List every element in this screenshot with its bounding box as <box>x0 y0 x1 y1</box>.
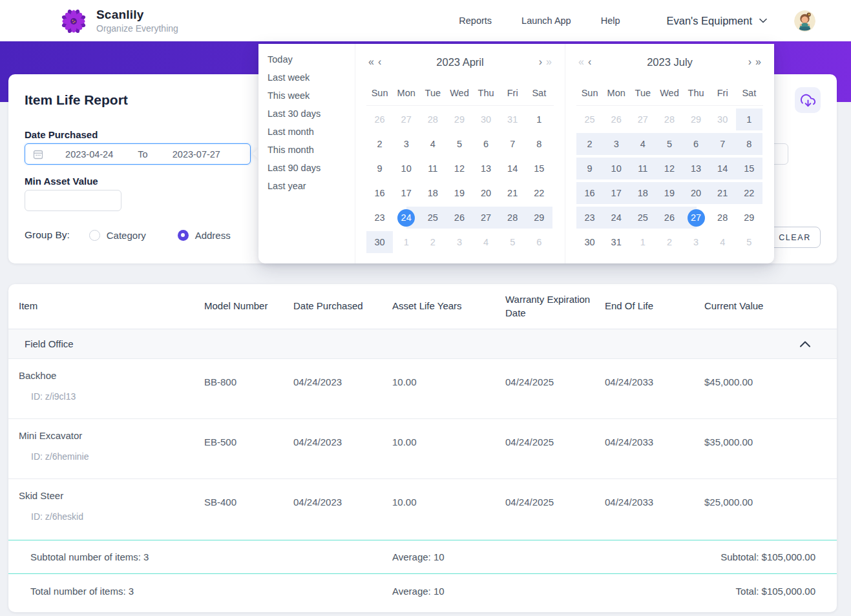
calendar-day-cell[interactable]: 5 <box>446 132 472 156</box>
calendar-day-cell[interactable]: 15 <box>736 156 762 181</box>
calendar-day-cell[interactable]: 7 <box>499 132 526 156</box>
calendar-day-cell[interactable]: 3 <box>603 132 629 156</box>
calendar-day-cell[interactable]: 4 <box>629 132 656 156</box>
calendar-day-cell[interactable]: 5 <box>656 132 682 156</box>
calendar-day-cell[interactable]: 28 <box>709 205 736 230</box>
calendar-day-cell[interactable]: 1 <box>526 107 552 132</box>
calendar-day-cell[interactable]: 28 <box>419 107 446 132</box>
calendar-day-cell[interactable]: 12 <box>446 156 472 181</box>
calendar-day-cell[interactable]: 16 <box>366 181 393 205</box>
calendar-day-cell[interactable]: 28 <box>656 107 682 132</box>
calendar-day-cell[interactable]: 29 <box>526 205 552 230</box>
calendar-day-cell[interactable]: 27 <box>393 107 419 132</box>
radio-address-control[interactable] <box>178 230 189 241</box>
calendar-day-cell[interactable]: 5 <box>499 230 526 254</box>
calendar-day-cell[interactable]: 19 <box>446 181 472 205</box>
preset-item[interactable]: This month <box>258 141 355 159</box>
calendar-day-cell[interactable]: 13 <box>683 156 709 181</box>
calendar-day-cell[interactable]: 29 <box>683 107 709 132</box>
calendar-day-cell[interactable]: 31 <box>603 230 629 254</box>
preset-item[interactable]: Last 30 days <box>258 105 355 123</box>
calendar-day-cell[interactable]: 1 <box>629 230 656 254</box>
calendar-day-cell[interactable]: 25 <box>576 107 603 132</box>
calendar-day-cell[interactable]: 25 <box>629 205 656 230</box>
super-next-year-button[interactable]: » <box>753 57 763 67</box>
calendar-day-cell[interactable]: 29 <box>736 205 762 230</box>
calendar-day-cell[interactable]: 26 <box>366 107 393 132</box>
radio-category[interactable]: Category <box>89 230 146 241</box>
calendar-day-cell[interactable]: 1 <box>393 230 419 254</box>
calendar-day-cell[interactable]: 4 <box>419 132 446 156</box>
calendar-day-cell[interactable]: 18 <box>629 181 656 205</box>
calendar-day-cell[interactable]: 2 <box>419 230 446 254</box>
calendar-day-cell[interactable]: 18 <box>419 181 446 205</box>
clear-button[interactable]: CLEAR <box>769 227 821 248</box>
calendar-day-cell[interactable]: 4 <box>473 230 499 254</box>
calendar-day-cell[interactable]: 19 <box>656 181 682 205</box>
calendar-day-cell[interactable]: 15 <box>526 156 552 181</box>
calendar-day-cell[interactable]: 21 <box>709 181 736 205</box>
calendar-day-cell[interactable]: 26 <box>446 205 472 230</box>
calendar-day-cell[interactable]: 8 <box>736 132 762 156</box>
calendar-day-cell[interactable]: 30 <box>473 107 499 132</box>
calendar-day-cell[interactable]: 17 <box>393 181 419 205</box>
calendar-day-cell[interactable]: 31 <box>499 107 526 132</box>
super-next-year-button[interactable]: » <box>544 57 554 67</box>
nav-launch-app[interactable]: Launch App <box>521 15 571 26</box>
calendar-day-cell[interactable]: 27 <box>629 107 656 132</box>
calendar-day-cell[interactable]: 22 <box>736 181 762 205</box>
calendar-day-cell[interactable]: 22 <box>526 181 552 205</box>
calendar-day-cell[interactable]: 14 <box>499 156 526 181</box>
group-header-row[interactable]: Field Office <box>8 329 837 359</box>
calendar-day-cell[interactable]: 2 <box>656 230 682 254</box>
calendar-day-cell[interactable]: 5 <box>736 230 762 254</box>
calendar-day-cell[interactable]: 7 <box>709 132 736 156</box>
calendar-day-cell[interactable]: 11 <box>629 156 656 181</box>
calendar-day-cell[interactable]: 6 <box>526 230 552 254</box>
calendar-day-cell[interactable]: 27 <box>473 205 499 230</box>
next-month-button[interactable]: › <box>537 57 544 67</box>
calendar-day-cell[interactable]: 14 <box>709 156 736 181</box>
avatar[interactable] <box>794 10 815 32</box>
calendar-day-cell[interactable]: 24 <box>603 205 629 230</box>
calendar-day-cell[interactable]: 24 <box>393 205 419 230</box>
preset-item[interactable]: Last month <box>258 123 355 141</box>
super-prev-year-button[interactable]: « <box>366 57 376 67</box>
calendar-day-cell[interactable]: 9 <box>576 156 603 181</box>
calendar-day-cell[interactable]: 4 <box>709 230 736 254</box>
calendar-day-cell[interactable]: 20 <box>683 181 709 205</box>
calendar-day-cell[interactable]: 23 <box>366 205 393 230</box>
calendar-day-cell[interactable]: 29 <box>446 107 472 132</box>
radio-address[interactable]: Address <box>178 230 231 241</box>
calendar-day-cell[interactable]: 16 <box>576 181 603 205</box>
prev-month-button[interactable]: ‹ <box>586 57 593 67</box>
calendar-day-cell[interactable]: 28 <box>499 205 526 230</box>
nav-help[interactable]: Help <box>601 15 620 26</box>
calendar-day-cell[interactable]: 11 <box>419 156 446 181</box>
calendar-day-cell[interactable]: 10 <box>393 156 419 181</box>
calendar-day-cell[interactable]: 30 <box>709 107 736 132</box>
calendar-day-cell[interactable]: 6 <box>473 132 499 156</box>
preset-item[interactable]: Last week <box>258 68 355 87</box>
date-end-value[interactable]: 2023-07-27 <box>151 149 242 159</box>
calendar-day-cell[interactable]: 2 <box>576 132 603 156</box>
export-button[interactable] <box>795 87 821 113</box>
calendar-day-cell[interactable]: 10 <box>603 156 629 181</box>
calendar-day-cell[interactable]: 3 <box>393 132 419 156</box>
calendar-day-cell[interactable]: 6 <box>683 132 709 156</box>
date-start-value[interactable]: 2023-04-24 <box>43 149 135 159</box>
calendar-day-cell[interactable]: 17 <box>603 181 629 205</box>
collapse-group-button[interactable] <box>799 341 811 347</box>
calendar-day-cell[interactable]: 12 <box>656 156 682 181</box>
calendar-day-cell[interactable]: 20 <box>473 181 499 205</box>
preset-item[interactable]: Today <box>258 50 355 68</box>
account-menu[interactable]: Evan's Equipment <box>667 15 767 27</box>
calendar-day-cell[interactable]: 25 <box>419 205 446 230</box>
min-asset-value-input[interactable] <box>25 190 121 211</box>
date-range-input[interactable]: 2023-04-24 To 2023-07-27 <box>25 143 251 165</box>
preset-item[interactable]: This week <box>258 87 355 105</box>
preset-item[interactable]: Last 90 days <box>258 159 355 177</box>
calendar-day-cell[interactable]: 27 <box>683 205 709 230</box>
next-month-button[interactable]: › <box>746 57 753 67</box>
nav-reports[interactable]: Reports <box>459 15 492 26</box>
